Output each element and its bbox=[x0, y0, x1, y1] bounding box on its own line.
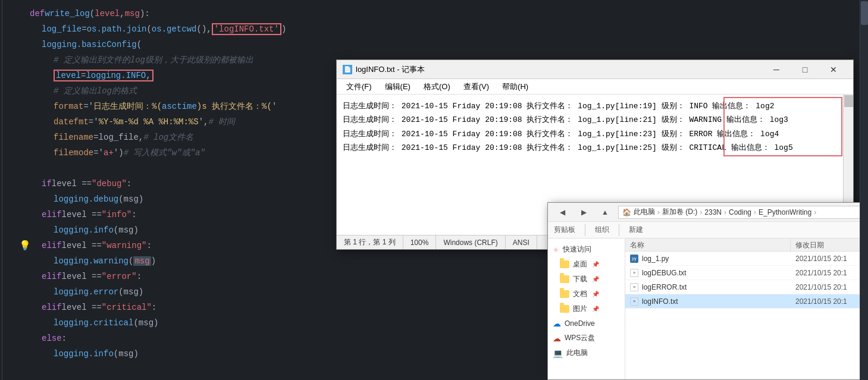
status-zoom: 100% bbox=[403, 235, 437, 249]
file-row-2[interactable]: ≡ logERROR.txt 2021/10/15 20:1 bbox=[625, 280, 868, 294]
menu-file[interactable]: 文件(F) bbox=[341, 80, 377, 93]
file-date-1: 2021/10/15 20:1 bbox=[791, 269, 868, 277]
menu-view[interactable]: 查看(V) bbox=[459, 80, 494, 93]
file-name-2: ≡ logERROR.txt bbox=[625, 283, 791, 291]
sidebar-item-pictures[interactable]: 图片 📌 bbox=[548, 302, 625, 316]
sidebar-item-desktop[interactable]: 桌面 📌 bbox=[548, 257, 625, 272]
code-line-1: def write_log(level, msg): bbox=[0, 6, 868, 21]
file-row-3[interactable]: ≡ logINFO.txt 2021/10/15 20:1 bbox=[625, 294, 868, 309]
close-button[interactable]: ✕ bbox=[820, 62, 847, 77]
txt-icon-1: ≡ bbox=[630, 269, 638, 277]
files-header: 名称 修改日期 bbox=[625, 238, 868, 252]
col-name[interactable]: 名称 bbox=[625, 238, 791, 252]
menu-help[interactable]: 帮助(H) bbox=[497, 80, 533, 93]
ribbon-organize: 组织 bbox=[595, 225, 609, 235]
notepad-titlebar: 📄 logINFO.txt - 记事本 ─ □ ✕ bbox=[337, 60, 853, 79]
status-position: 第 1 行，第 1 列 bbox=[337, 235, 403, 249]
sidebar-item-documents[interactable]: 文档 📌 bbox=[548, 287, 625, 302]
notepad-icon: 📄 bbox=[343, 65, 352, 74]
address-bar[interactable]: 🏠 此电脑 › 新加卷 (D:) › 233N › Coding › E_Pyt… bbox=[618, 206, 862, 219]
file-date-3: 2021/10/15 20:1 bbox=[791, 297, 868, 306]
file-date-0: 2021/10/15 20:1 bbox=[791, 255, 868, 263]
status-lineending: Windows (CRLF) bbox=[436, 235, 505, 249]
scroll-thumb[interactable] bbox=[844, 95, 853, 107]
notepad-title: 📄 logINFO.txt - 记事本 bbox=[343, 64, 425, 75]
ribbon-clipboard: 剪贴板 bbox=[554, 225, 575, 235]
txt-icon-2: ≡ bbox=[630, 283, 638, 291]
txt-icon-3: ≡ bbox=[630, 297, 638, 306]
ribbon-new: 新建 bbox=[629, 225, 643, 235]
col-modified[interactable]: 修改日期 bbox=[791, 238, 868, 252]
explorer-body: ★ 快速访问 桌面 📌 下载 📌 文档 📌 图片 📌 bbox=[548, 238, 868, 379]
notepad-content[interactable]: 日志生成时间： 2021-10-15 Friday 20:19:08 执行文件名… bbox=[337, 95, 853, 160]
editor-scroll-thumb[interactable] bbox=[861, 1, 868, 25]
lightbulb-icon: 💡 bbox=[19, 240, 31, 252]
up-button[interactable]: ▲ bbox=[597, 205, 613, 219]
folder-icon-pics bbox=[560, 305, 569, 313]
back-button[interactable]: ◀ bbox=[554, 205, 571, 219]
file-name-1: ≡ logDEBUG.txt bbox=[625, 269, 791, 277]
explorer-ribbon: 剪贴板 组织 新建 bbox=[548, 222, 868, 238]
folder-icon bbox=[560, 260, 569, 268]
onedrive-icon: ☁ bbox=[553, 319, 561, 328]
log-line-3: 日志生成时间： 2021-10-15 Friday 20:19:08 执行文件名… bbox=[343, 127, 847, 141]
thispc-icon: 💻 bbox=[553, 348, 563, 358]
menu-format[interactable]: 格式(O) bbox=[419, 80, 455, 93]
sidebar-item-thispc[interactable]: 💻 此电脑 bbox=[548, 346, 625, 360]
explorer-sidebar: ★ 快速访问 桌面 📌 下载 📌 文档 📌 图片 📌 bbox=[548, 238, 625, 379]
menu-edit[interactable]: 编辑(E) bbox=[380, 80, 415, 93]
status-encoding: ANSI bbox=[506, 235, 537, 249]
notepad-title-text: logINFO.txt - 记事本 bbox=[356, 64, 425, 75]
wpscloud-icon: ☁ bbox=[553, 334, 561, 343]
sidebar-item-onedrive[interactable]: ☁ OneDrive bbox=[548, 316, 625, 331]
py-icon-0: py bbox=[630, 255, 638, 263]
quickaccess-icon: ★ bbox=[553, 246, 559, 254]
file-date-2: 2021/10/15 20:1 bbox=[791, 283, 868, 291]
folder-icon-docs bbox=[560, 290, 569, 298]
file-row-0[interactable]: py log_1.py 2021/10/15 20:1 bbox=[625, 252, 868, 266]
sidebar-item-quickaccess[interactable]: ★ 快速访问 bbox=[548, 242, 625, 257]
log-line-4: 日志生成时间： 2021-10-15 Friday 20:19:08 执行文件名… bbox=[343, 141, 847, 155]
notepad-controls: ─ □ ✕ bbox=[763, 62, 847, 77]
explorer-toolbar: ◀ ▶ ▲ 🏠 此电脑 › 新加卷 (D:) › 233N › Coding ›… bbox=[548, 203, 868, 222]
file-name-3: ≡ logINFO.txt bbox=[625, 297, 791, 306]
folder-icon-dl bbox=[560, 275, 569, 283]
minimize-button[interactable]: ─ bbox=[763, 62, 790, 77]
code-line-2: log_file = os.path.join(os.getcwd(), 'lo… bbox=[0, 21, 868, 37]
explorer-window: ◀ ▶ ▲ 🏠 此电脑 › 新加卷 (D:) › 233N › Coding ›… bbox=[547, 202, 868, 380]
editor-scrollbar[interactable] bbox=[860, 0, 868, 380]
file-name-0: py log_1.py bbox=[625, 255, 791, 263]
notepad-menubar: 文件(F) 编辑(E) 格式(O) 查看(V) 帮助(H) bbox=[337, 79, 853, 95]
explorer-files: 名称 修改日期 py log_1.py 2021/10/15 20:1 ≡ lo… bbox=[625, 238, 868, 379]
code-line-3: logging.basicConfig( bbox=[0, 37, 868, 52]
log-line-1: 日志生成时间： 2021-10-15 Friday 20:19:08 执行文件名… bbox=[343, 99, 847, 113]
sidebar-item-downloads[interactable]: 下载 📌 bbox=[548, 272, 625, 287]
forward-button[interactable]: ▶ bbox=[575, 205, 592, 219]
sidebar-item-wpscloud[interactable]: ☁ WPS云盘 bbox=[548, 331, 625, 346]
log-line-2: 日志生成时间： 2021-10-15 Friday 20:19:08 执行文件名… bbox=[343, 113, 847, 127]
file-row-1[interactable]: ≡ logDEBUG.txt 2021/10/15 20:1 bbox=[625, 266, 868, 280]
editor-gutter bbox=[0, 0, 2, 380]
maximize-button[interactable]: □ bbox=[791, 62, 819, 77]
